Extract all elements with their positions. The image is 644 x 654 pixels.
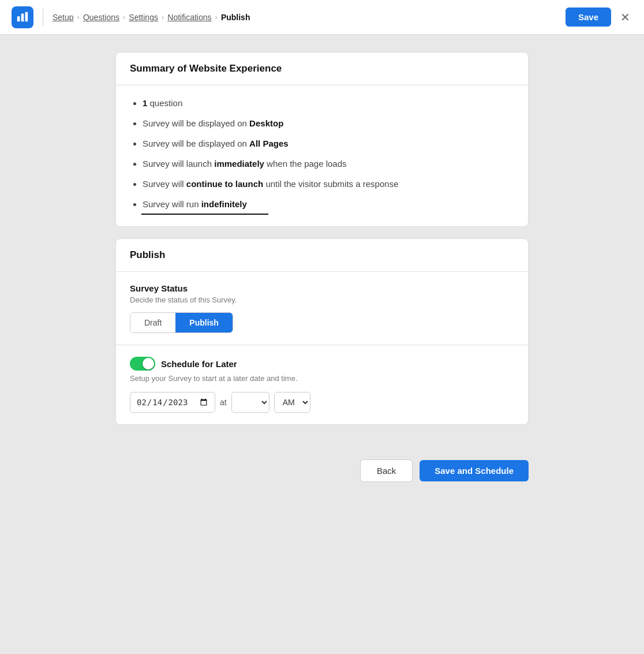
summary-item-bold: indefinitely: [201, 199, 247, 209]
svg-rect-1: [21, 13, 24, 21]
list-item: Survey will launch immediately when the …: [143, 158, 514, 170]
toggle-knob: [143, 358, 154, 369]
draft-button[interactable]: Draft: [130, 313, 175, 332]
schedule-toggle[interactable]: [130, 357, 155, 371]
svg-rect-0: [17, 16, 20, 21]
summary-title: Summary of Website Experience: [130, 63, 282, 74]
summary-item-bold: immediately: [214, 159, 264, 169]
breadcrumb-settings[interactable]: Settings: [129, 13, 158, 22]
save-schedule-button[interactable]: Save and Schedule: [420, 460, 529, 481]
top-navigation: Setup › Questions › Settings › Notificat…: [0, 0, 644, 35]
list-item: Survey will be displayed on Desktop: [143, 117, 514, 129]
summary-item-text: when the page loads: [267, 159, 346, 169]
chevron-icon-2: ›: [123, 13, 125, 21]
breadcrumb-questions[interactable]: Questions: [83, 13, 119, 22]
chevron-icon-1: ›: [77, 13, 80, 21]
summary-item-bold: continue to launch: [186, 179, 263, 189]
close-button[interactable]: ✕: [618, 8, 632, 27]
underline-decoration: [141, 214, 268, 215]
summary-item-bold: All Pages: [249, 139, 289, 148]
publish-card: Publish Survey Status Decide the status …: [115, 238, 529, 425]
summary-item-text: Survey will be displayed on: [143, 118, 249, 128]
summary-item-bold: Desktop: [249, 118, 283, 128]
summary-item-text: question: [150, 98, 183, 108]
schedule-header: Schedule for Later: [130, 357, 514, 371]
date-input[interactable]: [130, 392, 215, 413]
chevron-icon-4: ›: [215, 13, 218, 21]
back-button[interactable]: Back: [360, 459, 413, 482]
arrow-annotation: [115, 351, 122, 405]
list-item: Survey will continue to launch until the…: [143, 178, 514, 190]
breadcrumb-setup[interactable]: Setup: [53, 13, 74, 22]
summary-item-text: Survey will run: [143, 199, 201, 209]
time-select[interactable]: 1 2 3 4 5 6 7 8 9 10 11 12: [231, 392, 269, 413]
summary-card-body: 1 question Survey will be displayed on D…: [116, 85, 528, 226]
publish-button[interactable]: Publish: [175, 313, 233, 332]
breadcrumb: Setup › Questions › Settings › Notificat…: [53, 13, 566, 22]
publish-title: Publish: [130, 249, 165, 260]
survey-status-section: Survey Status Decide the status of this …: [116, 272, 528, 345]
summary-item-text: until the visitor submits a response: [265, 179, 398, 189]
bottom-bar: Back Save and Schedule: [0, 448, 644, 494]
chevron-icon-3: ›: [162, 13, 164, 21]
app-logo: [12, 6, 33, 28]
summary-card-header: Summary of Website Experience: [116, 53, 528, 85]
summary-item-text: Survey will be displayed on: [143, 139, 249, 148]
main-content: Summary of Website Experience 1 question…: [0, 35, 644, 442]
status-toggle-group: Draft Publish: [130, 312, 233, 333]
nav-actions: Save ✕: [566, 8, 632, 27]
svg-rect-2: [25, 12, 28, 21]
summary-item-text: Survey will launch: [143, 159, 214, 169]
list-item: 1 question: [143, 97, 514, 109]
summary-card: Summary of Website Experience 1 question…: [115, 52, 529, 227]
breadcrumb-notifications[interactable]: Notifications: [167, 13, 211, 22]
datetime-row: at 1 2 3 4 5 6 7 8 9 10 11 12 AM: [130, 392, 514, 413]
list-item: Survey will be displayed on All Pages: [143, 137, 514, 150]
summary-item-bold: 1: [143, 98, 147, 108]
at-label: at: [220, 398, 227, 407]
schedule-section: Schedule for Later Setup your Survey to …: [116, 345, 528, 424]
save-button[interactable]: Save: [566, 8, 611, 27]
schedule-title: Schedule for Later: [161, 359, 237, 369]
publish-card-header: Publish: [116, 239, 528, 272]
survey-status-label: Survey Status: [130, 283, 514, 293]
survey-status-desc: Decide the status of this Survey.: [130, 296, 514, 304]
list-item: Survey will run indefinitely: [143, 198, 514, 215]
schedule-desc: Setup your Survey to start at a later da…: [130, 374, 514, 383]
summary-list: 1 question Survey will be displayed on D…: [130, 97, 514, 215]
nav-divider: [43, 9, 43, 26]
ampm-select[interactable]: AM PM: [274, 392, 310, 413]
summary-item-text: Survey will: [143, 179, 186, 189]
breadcrumb-publish: Publish: [221, 13, 250, 22]
